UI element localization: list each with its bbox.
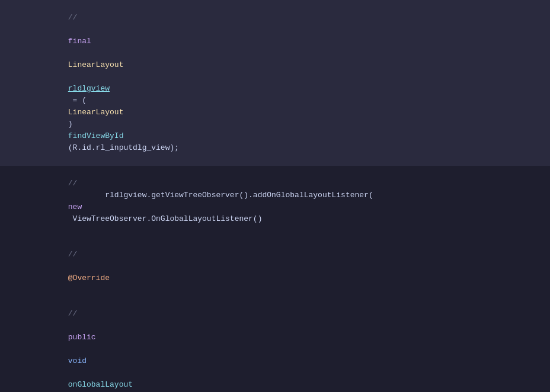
- line-content-2: // rldlgview.getViewTreeObserver().addOn…: [38, 166, 550, 237]
- code-line-4: // public void onGlobalLayout () {: [0, 296, 550, 392]
- code-line-2: // rldlgview.getViewTreeObserver().addOn…: [0, 166, 550, 237]
- code-line-1: // final LinearLayout rldlgview = ( Line…: [0, 0, 550, 166]
- line-content-3: // @Override: [38, 237, 550, 296]
- code-editor: // final LinearLayout rldlgview = ( Line…: [0, 0, 550, 392]
- comment-prefix: //: [68, 13, 78, 22]
- line-content-1: // final LinearLayout rldlgview = ( Line…: [38, 0, 550, 166]
- code-line-3: // @Override: [0, 237, 550, 296]
- line-content-4: // public void onGlobalLayout () {: [38, 296, 550, 392]
